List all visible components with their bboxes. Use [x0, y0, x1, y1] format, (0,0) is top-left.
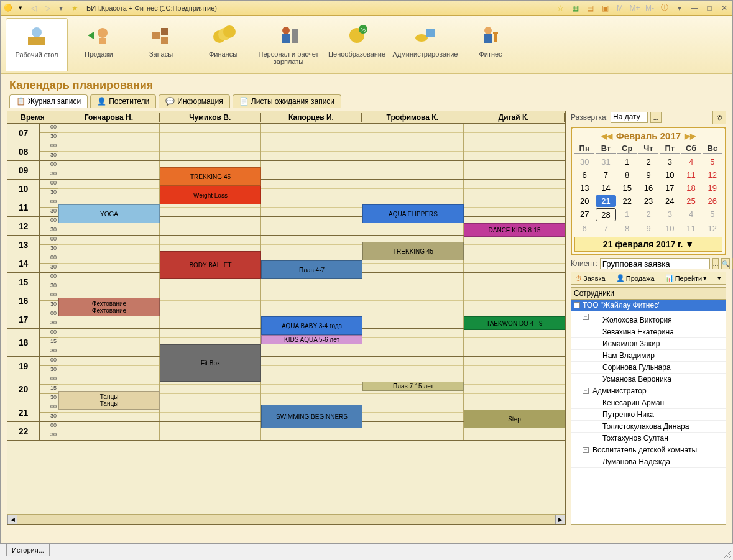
- tree-item[interactable]: −Воспитатель детской комнаты: [571, 444, 726, 456]
- tab-info[interactable]: 💬Информация: [159, 94, 229, 108]
- slot-cell[interactable]: [261, 198, 362, 216]
- slot-cell[interactable]: [58, 142, 160, 160]
- slot-cell[interactable]: [362, 403, 464, 421]
- slot-cell[interactable]: [261, 291, 362, 310]
- tree-item[interactable]: Толлстокулакова Динара: [571, 421, 726, 433]
- slot-cell[interactable]: [261, 161, 362, 179]
- scroll-right-icon[interactable]: ▶: [555, 515, 565, 525]
- cal-prev-year-icon[interactable]: ◀◀: [601, 132, 612, 140]
- mplus-marker[interactable]: M+: [629, 2, 640, 14]
- tree-toggle-icon[interactable]: −: [583, 447, 589, 453]
- cal-day[interactable]: 17: [660, 182, 680, 194]
- cal-day[interactable]: 12: [703, 223, 722, 234]
- schedule-event[interactable]: Fit Box: [160, 344, 261, 382]
- date-icon[interactable]: ▣: [599, 2, 611, 14]
- cal-day[interactable]: 6: [574, 223, 594, 234]
- cal-day[interactable]: 6: [574, 169, 594, 181]
- slot-cell[interactable]: [464, 291, 565, 310]
- schedule-event[interactable]: TREKKING 45: [160, 167, 261, 186]
- cal-day[interactable]: 11: [681, 169, 701, 181]
- slot-cell[interactable]: [362, 357, 464, 375]
- close-icon[interactable]: ✕: [719, 2, 730, 14]
- m-marker[interactable]: M: [614, 2, 625, 14]
- resource-header[interactable]: Дигай К.: [463, 113, 565, 122]
- client-input[interactable]: [600, 258, 710, 269]
- cal-day[interactable]: 3: [660, 208, 680, 221]
- tree-item[interactable]: Зевахина Екатерина: [571, 326, 726, 338]
- toolbar-item-personnel[interactable]: Персонал и расчет зарплаты: [254, 18, 323, 71]
- tree-item[interactable]: Тохтахунов Султан: [571, 433, 726, 444]
- cal-day[interactable]: 25: [681, 195, 701, 207]
- tree-toggle-icon[interactable]: −: [583, 388, 589, 394]
- cal-day[interactable]: 8: [617, 169, 637, 181]
- schedule-grid[interactable]: Время Гончарова Н.Чумиков В.Капорцев И.Т…: [7, 111, 566, 525]
- cal-day[interactable]: 21: [596, 195, 615, 207]
- cal-day[interactable]: 16: [638, 182, 658, 194]
- slot-cell[interactable]: [362, 161, 464, 179]
- prodazha-button[interactable]: 👤Продажа: [614, 273, 657, 283]
- cal-day[interactable]: 23: [638, 195, 658, 207]
- slot-cell[interactable]: [464, 161, 565, 179]
- slot-cell[interactable]: [58, 357, 160, 375]
- scroll-left-icon[interactable]: ◀: [7, 515, 17, 525]
- resource-header[interactable]: Чумиков В.: [160, 113, 261, 122]
- toolbar-item-pricing[interactable]: % Ценообразование: [323, 18, 391, 71]
- tree-item[interactable]: Жолохова Виктория: [571, 314, 726, 326]
- tree-item[interactable]: −ТОО "Жайлау Фитнес": [571, 300, 726, 311]
- slot-cell[interactable]: [261, 142, 362, 160]
- tree-item[interactable]: Путренко Ника: [571, 409, 726, 421]
- cal-day[interactable]: 2: [638, 208, 658, 221]
- tab-visitors[interactable]: 👤Посетители: [90, 94, 156, 108]
- slot-cell[interactable]: [464, 236, 565, 254]
- slot-cell[interactable]: [160, 124, 261, 142]
- schedule-event[interactable]: Step: [464, 410, 565, 428]
- resize-handle-icon[interactable]: [723, 550, 732, 559]
- schedule-event[interactable]: AQUA FLIPPERS: [362, 204, 464, 223]
- selected-date-label[interactable]: 21 февраля 2017 г. ▼: [574, 237, 722, 252]
- cal-day[interactable]: 3: [660, 156, 680, 168]
- slot-cell[interactable]: [58, 329, 160, 356]
- slot-cell[interactable]: [362, 329, 464, 356]
- tree-item[interactable]: Соринова Гульнара: [571, 362, 726, 374]
- slot-cell[interactable]: [464, 375, 565, 403]
- calendar-icon[interactable]: ▦: [569, 2, 581, 14]
- slot-cell[interactable]: [58, 273, 160, 291]
- zayavka-button[interactable]: ⏱Заявка: [573, 273, 608, 283]
- perejti-button[interactable]: 📊Перейти▾: [663, 273, 710, 283]
- cal-day[interactable]: 24: [660, 195, 680, 207]
- tree-toggle-icon[interactable]: −: [574, 302, 580, 308]
- schedule-event[interactable]: YOGA: [58, 204, 160, 223]
- cal-day[interactable]: 19: [703, 182, 722, 194]
- cal-day[interactable]: 7: [596, 169, 615, 181]
- slot-cell[interactable]: [160, 310, 261, 328]
- schedule-event[interactable]: DANCE KIDS 8-15: [464, 223, 565, 237]
- maximize-icon[interactable]: □: [704, 2, 715, 14]
- cal-day[interactable]: 30: [574, 156, 594, 168]
- slot-cell[interactable]: [261, 357, 362, 375]
- cal-day[interactable]: 10: [660, 223, 680, 234]
- schedule-body[interactable]: 0700300800300900301000301100301200301300…: [7, 124, 565, 515]
- minimize-icon[interactable]: —: [689, 2, 700, 14]
- more-menu-icon[interactable]: ▾: [715, 273, 724, 283]
- slot-cell[interactable]: [160, 403, 261, 421]
- nav-back-icon[interactable]: ◁: [28, 2, 39, 14]
- cal-day[interactable]: 18: [681, 182, 701, 194]
- cal-day[interactable]: 2: [638, 156, 658, 168]
- tab-waitlist[interactable]: 📄Листы ожидания записи: [233, 94, 341, 108]
- toolbar-item-finance[interactable]: Финансы: [192, 18, 254, 71]
- slot-cell[interactable]: [261, 236, 362, 254]
- tree-item[interactable]: Нам Владимир: [571, 350, 726, 362]
- slot-cell[interactable]: [464, 124, 565, 142]
- slot-cell[interactable]: [362, 310, 464, 328]
- schedule-event[interactable]: Плав 7-15 лет: [362, 382, 464, 391]
- tree-item[interactable]: Усманова Вероника: [571, 374, 726, 385]
- cal-day[interactable]: 11: [681, 223, 701, 234]
- toolbar-item-sales[interactable]: Продажи: [68, 18, 130, 71]
- razvertka-value[interactable]: На дату: [611, 112, 648, 123]
- slot-cell[interactable]: [464, 142, 565, 160]
- favorite-star-icon[interactable]: ★: [69, 2, 80, 14]
- slot-cell[interactable]: [160, 291, 261, 310]
- cal-day[interactable]: 1: [617, 156, 637, 168]
- slot-cell[interactable]: [261, 375, 362, 403]
- toolbar-item-stock[interactable]: Запасы: [130, 18, 192, 71]
